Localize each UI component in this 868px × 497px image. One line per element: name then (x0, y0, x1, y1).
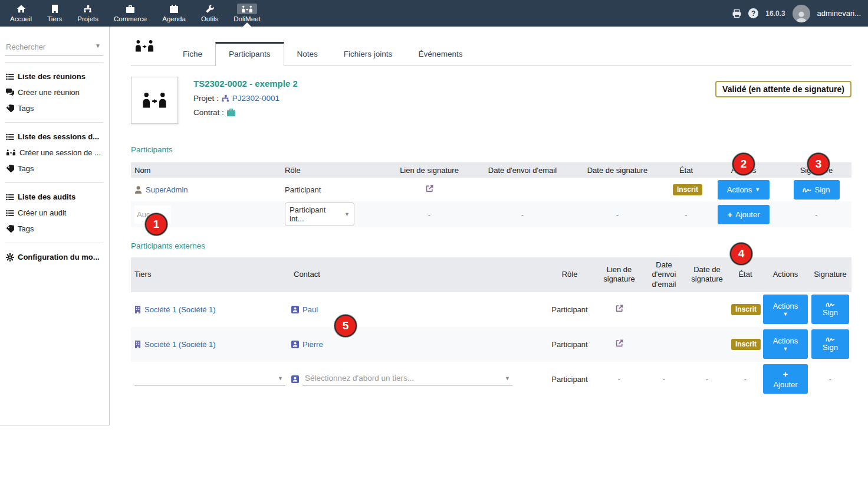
sidebar-item-tags-reunions[interactable]: Tags (5, 100, 103, 116)
chevron-down-icon: ▼ (278, 375, 283, 381)
gear-icon (6, 253, 14, 261)
sidebar-item-liste-sessions[interactable]: Liste des sessions d... (5, 129, 103, 145)
building-icon (134, 306, 141, 313)
actions-button[interactable]: Actions▼ (763, 329, 808, 359)
avatar[interactable] (793, 5, 810, 22)
contact-card-icon (291, 341, 299, 348)
chevron-down-icon: ▼ (344, 211, 350, 217)
contact-select[interactable]: Sélectionnez d'abord un tiers...▼ (303, 372, 512, 385)
tab-evenements[interactable]: Événements (405, 42, 475, 66)
thirdparty-select-value (137, 374, 139, 382)
add-participant-row: Auc Participant int...▼ - - - - +Ajouter… (131, 201, 851, 227)
menu-item-accueil[interactable]: Accueil (2, 0, 40, 27)
tab-notes[interactable]: Notes (284, 42, 331, 66)
external-link-icon[interactable] (426, 185, 433, 192)
external-participants-table: Tiers Contact Rôle Lien de signature Dat… (131, 257, 851, 397)
thirdparty-link[interactable]: Société 1 (Société 1) (144, 305, 216, 314)
contact-link[interactable]: Paul (303, 305, 318, 314)
sidebar-item-liste-audits[interactable]: Liste des audits (5, 189, 103, 205)
actions-button[interactable]: Actions▼ (718, 180, 770, 200)
annotation-marker-2: 2 (732, 153, 755, 175)
col-signature: Signature (809, 257, 851, 292)
empty-value: - (685, 210, 687, 219)
meeting-icon (237, 4, 257, 14)
building-icon (51, 4, 58, 14)
annotation-marker-3: 3 (807, 153, 830, 175)
contract-icon[interactable] (227, 109, 235, 116)
sidebar-item-creer-reunion[interactable]: Créer une réunion (5, 84, 103, 100)
divider (5, 182, 103, 183)
thirdparty-select[interactable]: ▼ (134, 372, 285, 385)
col-date-envoi: Date d'envoi d'email (476, 162, 568, 178)
project-ref-link[interactable]: PJ2302-0001 (232, 94, 280, 103)
external-link-icon[interactable] (616, 305, 623, 312)
sidebar-item-creer-audit[interactable]: Créer un audit (5, 205, 103, 221)
sidebar-item-liste-reunions[interactable]: Liste des réunions (5, 68, 103, 84)
col-actions: Actions (762, 257, 809, 292)
chevron-down-icon[interactable]: ▼ (95, 42, 101, 49)
external-link-icon[interactable] (616, 339, 623, 347)
empty-value: - (521, 210, 524, 219)
version-label: 16.0.3 (765, 9, 785, 18)
empty-value: - (616, 210, 619, 219)
empty-value: - (744, 375, 747, 384)
tab-participants[interactable]: Participants (215, 42, 284, 66)
user-icon (134, 186, 142, 194)
menu-item-tiers[interactable]: Tiers (40, 0, 70, 27)
contact-link[interactable]: Pierre (303, 340, 323, 349)
divider (5, 62, 103, 63)
col-nom: Nom (131, 162, 281, 178)
tab-fichiers-joints[interactable]: Fichiers joints (331, 42, 406, 66)
sign-button[interactable]: Sign (811, 295, 849, 324)
role-select[interactable]: Participant int...▼ (285, 202, 354, 226)
project-nodes-icon (84, 4, 92, 14)
menu-item-outils[interactable]: Outils (193, 0, 226, 27)
actions-button-label: Actions (727, 185, 752, 194)
meeting-icon (142, 92, 167, 109)
sidebar-item-label: Liste des sessions d... (18, 132, 99, 141)
sidebar-item-configuration[interactable]: Configuration du mo... (5, 249, 103, 265)
sidebar-item-label: Créer une session de ... (19, 148, 101, 157)
menu-item-commerce[interactable]: Commerce (106, 0, 154, 27)
menu-item-dolimeet[interactable]: DoliMeet (226, 0, 268, 27)
sidebar-item-label: Créer une réunion (18, 88, 80, 97)
sidebar-item-tags-sessions[interactable]: Tags (5, 161, 103, 176)
empty-value: - (428, 210, 430, 219)
list-icon (6, 133, 14, 140)
actions-button[interactable]: Actions▼ (763, 295, 808, 324)
search-input[interactable] (6, 42, 88, 51)
tab-fiche[interactable]: Fiche (170, 42, 215, 66)
chevron-down-icon: ▼ (505, 375, 510, 381)
menu-item-agenda[interactable]: Agenda (154, 0, 193, 27)
participant-role: Participant (544, 327, 596, 362)
email-date-cell (476, 178, 568, 201)
signature-date-cell (568, 178, 666, 201)
page-title: TS2302-0002 - exemple 2 (193, 79, 298, 89)
printer-icon[interactable] (732, 9, 741, 18)
wrench-icon (206, 4, 214, 14)
signature-icon (803, 187, 811, 193)
menu-item-projets[interactable]: Projets (70, 0, 106, 27)
thirdparty-link[interactable]: Société 1 (Société 1) (144, 340, 216, 349)
participant-role: Participant (281, 178, 382, 201)
col-role: Rôle (544, 257, 596, 292)
home-icon (17, 4, 26, 14)
sign-button[interactable]: Sign (794, 180, 840, 200)
project-line: Projet : PJ2302-0001 (193, 94, 298, 103)
left-sidebar: ▼ Liste des réunions Créer une réunion T… (0, 27, 110, 426)
sidebar-item-label: Créer un audit (18, 208, 66, 217)
sidebar-item-tags-audits[interactable]: Tags (5, 221, 103, 237)
add-participant-button[interactable]: +Ajouter (718, 205, 770, 224)
help-icon[interactable]: ? (748, 8, 758, 18)
main-menu: Accueil Tiers Projets Commerce Agenda Ou… (0, 0, 268, 27)
table-row: Société 1 (Société 1) Paul Participant I… (131, 292, 851, 327)
sidebar-item-creer-session[interactable]: Créer une session de ... (5, 145, 103, 161)
signature-icon (826, 336, 835, 342)
sign-button[interactable]: Sign (811, 329, 849, 359)
add-button-label: Ajouter (773, 380, 797, 390)
meeting-icon (6, 149, 16, 156)
participant-name-link[interactable]: SuperAdmin (146, 185, 188, 194)
add-external-participant-button[interactable]: +Ajouter (763, 364, 808, 394)
sign-button-label: Sign (823, 343, 838, 352)
col-lien-signature: Lien de signature (596, 257, 643, 292)
